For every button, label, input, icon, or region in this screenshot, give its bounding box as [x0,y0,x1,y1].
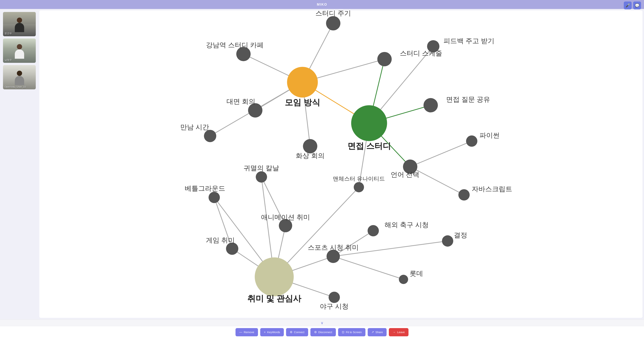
chat-button[interactable]: 💬 [633,1,641,9]
fit-screen-icon: ⊡ [342,330,344,334]
user1-label: 문건우 [4,32,12,35]
main-content: 문건우 남청우 OpenVidu_User_10 [0,9,644,319]
graph-canvas[interactable]: 모임 방식 면접 스터디 취미 및 관심사 스터디 주기 스터디 스케줄 피드백… [39,10,642,318]
node-language-select-label: 언어 선택 [391,171,420,178]
node-battleground[interactable] [208,192,220,203]
node-meeting-time-label: 만남 시간 [180,123,209,131]
fit-screen-button[interactable]: ⊡ Fit to Screen [338,328,366,336]
share-icon: ↗ [372,330,374,334]
user2-label: 남청우 [4,58,12,62]
leave-label: Leave [397,331,405,334]
node-game-hobby-label: 게임 취미 [206,236,235,244]
node-manchester-label: 맨체스터 유나이티드 [333,175,385,182]
node-lotte[interactable] [399,275,408,284]
connect-icon: ⚙ [290,330,292,334]
graph-nodes[interactable]: 모임 방식 면접 스터디 취미 및 관심사 스터디 주기 스터디 스케줄 피드백… [180,10,512,310]
video-thumbnail-user1[interactable]: 문건우 [3,12,36,36]
node-study-cycle-label: 스터디 주기 [316,10,351,17]
node-decision[interactable] [442,235,453,247]
node-moim-style[interactable] [287,67,318,97]
node-feedback-label: 피드백 주고 받기 [444,37,494,45]
node-lotte-label: 롯데 [410,270,423,277]
node-study-cycle[interactable] [326,16,340,30]
node-sports-hobby-label: 스포츠 시청 취미 [308,244,359,251]
remove-button[interactable]: — Remove [236,328,258,336]
keywords-button[interactable]: + KeyWords [260,328,284,336]
node-battleground-label: 베틀그라운드 [185,185,225,192]
leave-icon: → [392,331,396,334]
node-anime[interactable] [256,171,267,182]
fit-screen-label: Fit to Screen [346,331,362,334]
node-video-meeting[interactable] [303,139,317,154]
node-hobby-interest[interactable] [255,257,294,296]
node-python-label: 파이썬 [480,132,500,139]
node-video-meeting-label: 화상 회의 [296,152,324,160]
node-manchester[interactable] [354,182,364,192]
disconnect-label: Disconnect [318,331,332,334]
node-game-hobby[interactable] [226,242,238,255]
node-gangnam-cafe-label: 강남역 스터디 카페 [206,41,264,49]
share-button[interactable]: ↗ Share [368,328,386,336]
node-hobby-interest-label: 취미 및 관심사 [247,294,302,303]
node-interview-study[interactable] [351,105,387,141]
connect-button[interactable]: ⚙ Connect [286,328,308,336]
header: MIKO 🎤 💬 [0,0,644,9]
video-thumbnail-user3[interactable]: OpenVidu_User_10 [3,65,36,89]
chevron-down-icon: ∨ [321,321,324,325]
node-interview-questions[interactable] [424,98,438,113]
video-thumbnail-user2[interactable]: 남청우 [3,38,36,63]
node-baseball[interactable] [328,292,340,303]
top-right-controls: 🎤 💬 [624,1,641,9]
node-javascript-label: 자바스크립트 [472,185,512,193]
remove-label: Remove [244,331,254,334]
remove-icon: — [239,331,242,334]
node-gangnam-cafe[interactable] [236,47,251,61]
graph-edges [210,23,472,297]
node-sports-hobby[interactable] [326,250,340,263]
node-study-schedule[interactable] [378,52,392,66]
node-anime-label: 귀멸의 칼날 [244,164,279,172]
node-animation-hobby-label: 애니메이션 취미 [261,213,310,221]
node-meeting-time[interactable] [204,130,216,142]
graph-svg: 모임 방식 면접 스터디 취미 및 관심사 스터디 주기 스터디 스케줄 피드백… [39,10,642,318]
disconnect-icon: ⚙ [314,330,317,334]
app-title: MIKO [317,2,327,6]
node-in-person[interactable] [248,103,262,118]
node-interview-study-label: 면접 스터디 [348,141,391,151]
node-overseas-soccer[interactable] [368,225,379,236]
disconnect-button[interactable]: ⚙ Disconnect [310,328,336,336]
node-interview-questions-label: 면접 질문 공유 [446,96,490,103]
node-in-person-label: 대면 회의 [226,98,255,105]
microphone-button[interactable]: 🎤 [624,1,632,9]
node-overseas-soccer-label: 해외 축구 시청 [384,221,429,229]
leave-button[interactable]: → Leave [389,328,408,336]
node-javascript[interactable] [458,189,470,200]
svg-line-12 [410,141,472,167]
share-label: Share [375,331,383,334]
node-python[interactable] [466,136,478,147]
bottom-toolbar: — Remove + KeyWords ⚙ Connect ⚙ Disconne… [0,326,644,338]
connect-label: Connect [294,331,304,334]
node-baseball-label: 야구 시청 [320,303,348,310]
node-moim-style-label: 모임 방식 [285,98,320,107]
video-sidebar: 문건우 남청우 OpenVidu_User_10 [0,9,39,319]
node-feedback[interactable] [427,40,440,52]
keywords-label: KeyWords [267,331,280,334]
keywords-icon: + [264,331,266,334]
user3-label: OpenVidu_User_10 [4,85,26,88]
svg-line-23 [333,256,404,279]
expand-bar[interactable]: ∨ [0,319,644,326]
node-decision-label: 결정 [454,231,467,239]
